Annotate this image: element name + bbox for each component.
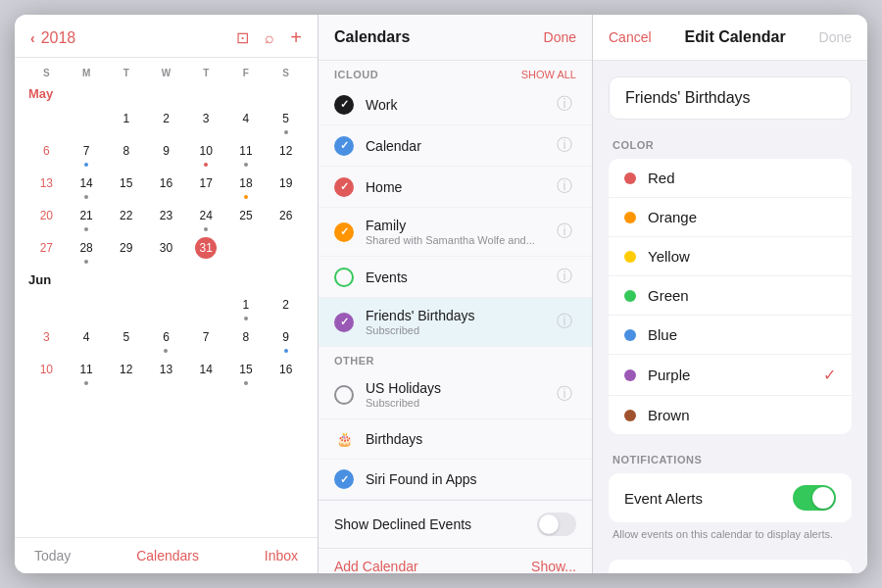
cal-cell-may-11[interactable]: 11 (226, 137, 267, 170)
calendar-item-siri[interactable]: ✓ Siri Found in Apps (318, 460, 592, 500)
calendars-done-button[interactable]: Done (544, 29, 576, 45)
color-item-green[interactable]: Green (609, 276, 852, 316)
cal-cell-jun-9[interactable]: 9 (266, 323, 306, 356)
info-button-friends-birthdays[interactable]: ⓘ (553, 312, 576, 332)
cal-cell-may-1[interactable]: 1 (106, 105, 146, 137)
cal-cell-may-14[interactable]: 14 (67, 170, 107, 202)
cal-cell-may-13[interactable]: 13 (26, 170, 67, 202)
cal-cell-may-9[interactable]: 9 (146, 137, 186, 170)
cal-cell-may-15[interactable]: 15 (106, 170, 146, 202)
cal-cell-may-16[interactable]: 16 (146, 170, 186, 202)
show-all-button[interactable]: SHOW ALL (521, 69, 576, 80)
calendar-sub-friends-birthdays: Subscribed (366, 324, 541, 336)
info-button-calendar[interactable]: ⓘ (553, 135, 576, 156)
info-button-home[interactable]: ⓘ (553, 176, 576, 197)
year-label[interactable]: 2018 (41, 29, 76, 47)
back-arrow-icon[interactable]: ‹ (30, 30, 35, 46)
cancel-button[interactable]: Cancel (609, 29, 652, 45)
calendar-info-us-holidays: US Holidays Subscribed (366, 380, 541, 409)
calendars-title: Calendars (334, 28, 410, 46)
cal-cell-may-27[interactable]: 27 (26, 234, 67, 267)
color-item-brown[interactable]: Brown (609, 396, 852, 434)
cal-cell-may-17[interactable]: 17 (186, 170, 226, 202)
calendars-button[interactable]: Calendars (136, 548, 199, 564)
calendar-item-work[interactable]: ✓ Work ⓘ (318, 84, 592, 125)
icloud-label: ICLOUD (334, 69, 378, 80)
cal-cell-jun-16[interactable]: 16 (266, 356, 306, 388)
calendar-name-field[interactable]: Friends' Birthdays (609, 76, 852, 120)
cal-cell-jun-15[interactable]: 15 (226, 356, 267, 388)
cal-cell-jun-3[interactable]: 3 (26, 323, 67, 356)
cal-cell-jun-7[interactable]: 7 (186, 323, 226, 356)
today-button[interactable]: Today (34, 548, 71, 564)
info-button-family[interactable]: ⓘ (553, 221, 576, 242)
cal-cell-may-12[interactable]: 12 (266, 137, 306, 170)
calendar-item-birthdays[interactable]: 🎂 Birthdays (318, 419, 592, 460)
cal-cell-jun-1[interactable]: 1 (226, 291, 267, 323)
cal-cell-jun-13[interactable]: 13 (146, 356, 186, 388)
show-button[interactable]: Show... (531, 559, 576, 573)
red-dot (624, 172, 636, 184)
calendar-item-family[interactable]: ✓ Family Shared with Samantha Wolfe and.… (318, 208, 592, 257)
cal-cell[interactable] (26, 105, 67, 137)
cal-cell-jun-4[interactable]: 4 (67, 323, 107, 356)
info-button-work[interactable]: ⓘ (553, 94, 576, 115)
monitor-icon[interactable]: ⊡ (236, 28, 249, 47)
show-declined-row: Show Declined Events (318, 501, 592, 549)
search-icon[interactable]: ⌕ (265, 29, 274, 47)
cal-cell-may-31[interactable]: 31 (186, 234, 226, 267)
color-item-orange[interactable]: Orange (609, 198, 852, 237)
cal-cell-jun-8[interactable]: 8 (226, 323, 267, 356)
cal-cell-may-2[interactable]: 2 (146, 105, 186, 137)
cal-cell-jun-5[interactable]: 5 (106, 323, 146, 356)
cal-cell-may-29[interactable]: 29 (106, 234, 146, 267)
cal-cell-may-21[interactable]: 21 (67, 202, 107, 234)
add-calendar-button[interactable]: Add Calendar (334, 559, 418, 573)
cal-cell-may-10[interactable]: 10 (186, 137, 226, 170)
cal-cell-may-7[interactable]: 7 (67, 137, 107, 170)
cal-cell-jun-12[interactable]: 12 (106, 356, 146, 388)
color-item-red[interactable]: Red (609, 159, 852, 198)
cal-cell-may-4[interactable]: 4 (226, 105, 267, 137)
cal-cell-may-8[interactable]: 8 (106, 137, 146, 170)
cal-cell-may-6[interactable]: 6 (26, 137, 67, 170)
calendar-item-us-holidays[interactable]: US Holidays Subscribed ⓘ (318, 370, 592, 419)
calendar-item-friends-birthdays[interactable]: ✓ Friends' Birthdays Subscribed ⓘ (318, 298, 592, 347)
delete-calendar-button[interactable]: Delete Calendar (609, 560, 852, 573)
cal-cell-may-20[interactable]: 20 (26, 202, 67, 234)
info-button-us-holidays[interactable]: ⓘ (553, 384, 576, 405)
cal-cell-may-3[interactable]: 3 (186, 105, 226, 137)
cal-cell-may-28[interactable]: 28 (67, 234, 107, 267)
color-item-blue[interactable]: Blue (609, 316, 852, 355)
calendar-list-footer: Show Declined Events Add Calendar Show..… (318, 500, 592, 573)
inbox-button[interactable]: Inbox (265, 548, 298, 564)
calendar-item-home[interactable]: ✓ Home ⓘ (318, 167, 592, 208)
calendar-item-calendar[interactable]: ✓ Calendar ⓘ (318, 125, 592, 167)
calendar-item-events[interactable]: Events ⓘ (318, 257, 592, 298)
cal-cell-may-22[interactable]: 22 (106, 202, 146, 234)
cal-cell-may-26[interactable]: 26 (266, 202, 306, 234)
cal-cell-jun-11[interactable]: 11 (67, 356, 107, 388)
info-button-events[interactable]: ⓘ (553, 267, 576, 287)
show-declined-toggle[interactable] (537, 513, 576, 536)
cal-cell-jun-14[interactable]: 14 (186, 356, 226, 388)
event-alerts-toggle[interactable] (793, 485, 836, 511)
calendar-sub-us-holidays: Subscribed (366, 397, 541, 409)
add-icon[interactable]: + (290, 26, 302, 49)
edit-panel: Cancel Edit Calendar Done Friends' Birth… (593, 15, 867, 573)
cal-cell-may-23[interactable]: 23 (146, 202, 186, 234)
cal-cell-jun-10[interactable]: 10 (26, 356, 67, 388)
cal-cell-jun-6[interactable]: 6 (146, 323, 186, 356)
cal-cell-may-5[interactable]: 5 (266, 105, 306, 137)
cal-cell-may-24[interactable]: 24 (186, 202, 226, 234)
june-label: Jun (26, 272, 306, 287)
color-item-purple[interactable]: Purple ✓ (609, 355, 852, 396)
cal-cell-may-30[interactable]: 30 (146, 234, 186, 267)
cal-cell-may-18[interactable]: 18 (226, 170, 267, 202)
cal-cell-may-25[interactable]: 25 (226, 202, 267, 234)
cal-cell-jun-2[interactable]: 2 (266, 291, 306, 323)
cal-cell[interactable] (67, 105, 107, 137)
done-button[interactable]: Done (819, 29, 852, 45)
color-item-yellow[interactable]: Yellow (609, 237, 852, 276)
cal-cell-may-19[interactable]: 19 (266, 170, 306, 202)
